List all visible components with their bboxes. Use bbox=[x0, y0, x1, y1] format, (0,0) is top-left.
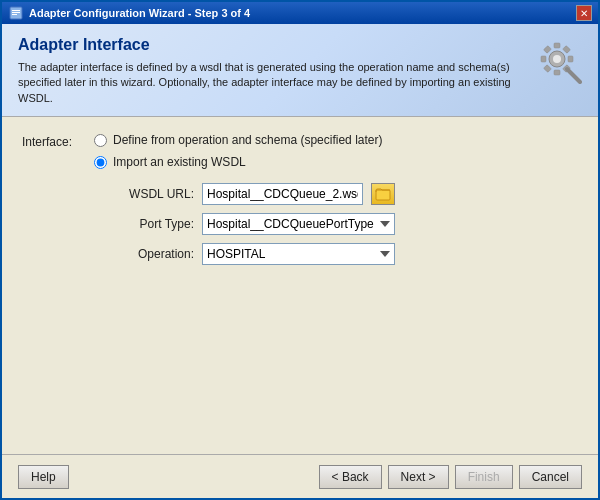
svg-line-14 bbox=[567, 69, 580, 82]
footer-right: < Back Next > Finish Cancel bbox=[319, 465, 582, 489]
content-area: Interface: Define from operation and sch… bbox=[2, 117, 598, 454]
footer: Help < Back Next > Finish Cancel bbox=[2, 454, 598, 498]
radio-import[interactable] bbox=[94, 156, 107, 169]
footer-left: Help bbox=[18, 465, 69, 489]
help-button[interactable]: Help bbox=[18, 465, 69, 489]
svg-rect-15 bbox=[376, 190, 390, 200]
radio-row-import: Import an existing WSDL bbox=[94, 155, 395, 169]
back-button[interactable]: < Back bbox=[319, 465, 382, 489]
port-type-label: Port Type: bbox=[114, 217, 194, 231]
svg-rect-12 bbox=[544, 46, 552, 54]
header-description: The adapter interface is defined by a ws… bbox=[18, 60, 538, 106]
window-title: Adapter Configuration Wizard - Step 3 of… bbox=[29, 7, 250, 19]
interface-label: Interface: bbox=[22, 133, 94, 149]
svg-rect-1 bbox=[12, 10, 20, 11]
page-title: Adapter Interface bbox=[18, 36, 582, 54]
radio-define[interactable] bbox=[94, 134, 107, 147]
gear-icon bbox=[532, 34, 582, 84]
wsdl-fields: WSDL URL: Port Type: Hosp bbox=[114, 183, 395, 265]
window-icon bbox=[8, 5, 24, 21]
title-bar-left: Adapter Configuration Wizard - Step 3 of… bbox=[8, 5, 250, 21]
svg-point-5 bbox=[553, 55, 561, 63]
header-area: Adapter Interface The adapter interface … bbox=[2, 24, 598, 117]
interface-row: Interface: Define from operation and sch… bbox=[22, 133, 578, 265]
finish-button: Finish bbox=[455, 465, 513, 489]
wsdl-url-label: WSDL URL: bbox=[114, 187, 194, 201]
port-type-select[interactable]: Hospital__CDCQueuePortType bbox=[202, 213, 395, 235]
browse-button[interactable] bbox=[371, 183, 395, 205]
svg-rect-11 bbox=[544, 65, 552, 73]
radio-define-label: Define from operation and schema (specif… bbox=[113, 133, 382, 147]
svg-rect-10 bbox=[563, 46, 571, 54]
operation-row: Operation: HOSPITAL bbox=[114, 243, 395, 265]
port-type-row: Port Type: Hospital__CDCQueuePortType bbox=[114, 213, 395, 235]
svg-rect-7 bbox=[554, 70, 560, 75]
folder-icon bbox=[375, 186, 391, 202]
radio-row-define: Define from operation and schema (specif… bbox=[94, 133, 395, 147]
wizard-window: Adapter Configuration Wizard - Step 3 of… bbox=[0, 0, 600, 500]
operation-label: Operation: bbox=[114, 247, 194, 261]
svg-rect-2 bbox=[12, 12, 20, 13]
wsdl-url-row: WSDL URL: bbox=[114, 183, 395, 205]
cancel-button[interactable]: Cancel bbox=[519, 465, 582, 489]
next-button[interactable]: Next > bbox=[388, 465, 449, 489]
operation-select[interactable]: HOSPITAL bbox=[202, 243, 395, 265]
svg-rect-9 bbox=[568, 56, 573, 62]
svg-rect-3 bbox=[12, 14, 17, 15]
close-button[interactable]: ✕ bbox=[576, 5, 592, 21]
wsdl-url-input[interactable] bbox=[202, 183, 363, 205]
svg-rect-8 bbox=[541, 56, 546, 62]
interface-options: Define from operation and schema (specif… bbox=[94, 133, 395, 265]
title-bar: Adapter Configuration Wizard - Step 3 of… bbox=[2, 2, 598, 24]
radio-import-label: Import an existing WSDL bbox=[113, 155, 246, 169]
svg-rect-6 bbox=[554, 43, 560, 48]
